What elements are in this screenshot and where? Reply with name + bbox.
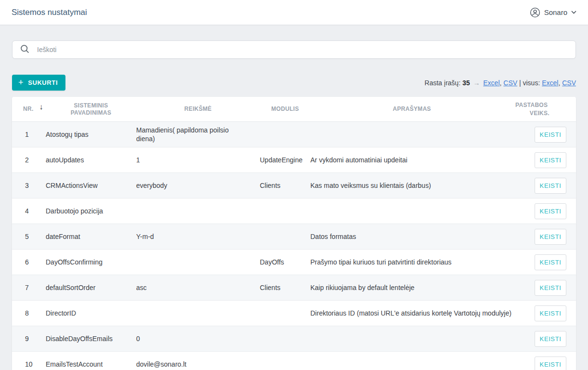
- column-header-actions: VEIKS.: [513, 110, 576, 117]
- edit-button[interactable]: KEISTI: [535, 229, 566, 245]
- row-actions: KEISTI: [523, 254, 576, 270]
- column-header-notes: PASTABOS: [513, 102, 576, 109]
- row-module: UpdateEngine: [260, 156, 310, 164]
- edit-button[interactable]: KEISTI: [535, 305, 566, 321]
- create-button-label: SUKURTI: [28, 79, 58, 86]
- table-row: 10 EmailsTestAccount dovile@sonaro.lt KE…: [12, 352, 576, 370]
- row-actions: KEISTI: [523, 178, 576, 194]
- export-all-csv-link[interactable]: CSV: [562, 79, 576, 87]
- row-actions: KEISTI: [523, 357, 576, 370]
- row-number: 5: [12, 232, 46, 241]
- edit-button[interactable]: KEISTI: [535, 357, 566, 370]
- row-module: DayOffs: [260, 258, 310, 266]
- export-csv-link[interactable]: CSV: [503, 79, 517, 87]
- table-row: 4 Darbuotojo pozicija KEISTI: [12, 198, 576, 224]
- row-value: Mamadienis( papildoma poilsio diena): [136, 126, 260, 143]
- row-description: Datos formatas: [310, 232, 523, 241]
- column-header-nr[interactable]: NR. ↓: [12, 106, 46, 113]
- edit-button[interactable]: KEISTI: [535, 178, 566, 194]
- column-header-notes-actions[interactable]: PASTABOS VEIKS.: [513, 102, 576, 117]
- visus-label: | visus:: [519, 79, 540, 87]
- sort-desc-icon: ↓: [39, 103, 43, 110]
- toolbar: + SUKURTI Rasta įrašų: 35 → Excel, CSV |…: [12, 75, 576, 91]
- edit-button[interactable]: KEISTI: [535, 127, 566, 143]
- chevron-down-icon: [571, 11, 576, 14]
- row-description: Prašymo tipai kuriuos turi patvirtinti d…: [310, 258, 523, 266]
- row-system-name: Atostogų tipas: [46, 130, 136, 139]
- row-number: 7: [12, 283, 46, 292]
- row-number: 10: [12, 360, 46, 369]
- table-row: 9 DisableDayOffsEmails 0 KEISTI: [12, 326, 576, 352]
- comma: ,: [558, 79, 560, 87]
- row-description: Kaip rikiuojama by default lentelėje: [310, 283, 523, 292]
- row-description: Direktoriaus ID (matosi URL'e atsidarius…: [310, 309, 523, 317]
- edit-button[interactable]: KEISTI: [535, 280, 566, 296]
- row-system-name: Darbuotojo pozicija: [46, 207, 136, 215]
- row-module: Clients: [260, 181, 310, 190]
- settings-table: NR. ↓ SISTEMINIS PAVADINIMAS REIKŠMĖ MOD…: [12, 97, 576, 370]
- user-name: Sonaro: [544, 8, 567, 16]
- table-row: 3 CRMActionsView everybody Clients Kas m…: [12, 173, 576, 198]
- table-row: 8 DirectorID Direktoriaus ID (matosi URL…: [12, 301, 576, 326]
- export-excel-link[interactable]: Excel: [483, 79, 499, 87]
- table-row: 7 defaultSortOrder asc Clients Kaip riki…: [12, 275, 576, 301]
- row-value: 0: [136, 334, 260, 343]
- row-number: 1: [12, 130, 46, 139]
- comma: ,: [500, 79, 502, 87]
- row-actions: KEISTI: [523, 305, 576, 321]
- row-actions: KEISTI: [523, 280, 576, 296]
- row-value: everybody: [136, 181, 260, 190]
- table-body: 1 Atostogų tipas Mamadienis( papildoma p…: [12, 122, 576, 370]
- table-row: 1 Atostogų tipas Mamadienis( papildoma p…: [12, 122, 576, 147]
- row-value: 1: [136, 156, 260, 164]
- edit-button[interactable]: KEISTI: [535, 152, 566, 168]
- row-system-name: DayOffsConfirming: [46, 258, 136, 266]
- row-value: asc: [136, 283, 260, 292]
- user-avatar-icon: [530, 7, 540, 18]
- row-number: 3: [12, 181, 46, 190]
- row-module: Clients: [260, 283, 310, 292]
- row-system-name: autoUpdates: [46, 156, 136, 164]
- user-menu[interactable]: Sonaro: [530, 7, 576, 18]
- top-bar: Sistemos nustatymai Sonaro: [0, 0, 588, 25]
- table-row: 5 dateFormat Y-m-d Datos formatas KEISTI: [12, 224, 576, 250]
- search-input[interactable]: [37, 46, 568, 53]
- plus-icon: +: [18, 78, 24, 87]
- arrow-right-icon: →: [472, 79, 481, 87]
- row-actions: KEISTI: [523, 229, 576, 245]
- column-header-system-name[interactable]: SISTEMINIS PAVADINIMAS: [46, 102, 136, 117]
- edit-button[interactable]: KEISTI: [535, 254, 566, 270]
- row-value: Y-m-d: [136, 232, 260, 241]
- row-number: 2: [12, 156, 46, 164]
- row-system-name: DisableDayOffsEmails: [46, 334, 136, 343]
- edit-button[interactable]: KEISTI: [535, 203, 566, 219]
- row-actions: KEISTI: [523, 152, 576, 168]
- row-number: 4: [12, 207, 46, 215]
- export-all-excel-link[interactable]: Excel: [542, 79, 558, 87]
- row-actions: KEISTI: [523, 203, 576, 219]
- results-label: Rasta įrašų:: [424, 79, 460, 87]
- row-number: 6: [12, 258, 46, 266]
- table-row: 2 autoUpdates 1 UpdateEngine Ar vykdomi …: [12, 147, 576, 173]
- create-button[interactable]: + SUKURTI: [12, 75, 65, 91]
- row-actions: KEISTI: [523, 331, 576, 347]
- row-system-name: DirectorID: [46, 309, 136, 317]
- column-header-value[interactable]: REIKŠMĖ: [136, 106, 260, 113]
- row-actions: KEISTI: [523, 127, 576, 143]
- table-header: NR. ↓ SISTEMINIS PAVADINIMAS REIKŠMĖ MOD…: [12, 97, 576, 122]
- row-system-name: CRMActionsView: [46, 181, 136, 190]
- column-header-nr-label: NR.: [23, 106, 34, 113]
- edit-button[interactable]: KEISTI: [535, 331, 566, 347]
- column-header-description[interactable]: APRAŠYMAS: [310, 106, 513, 113]
- page-title: Sistemos nustatymai: [12, 8, 87, 17]
- column-header-module[interactable]: MODULIS: [260, 106, 310, 113]
- row-system-name: EmailsTestAccount: [46, 360, 136, 369]
- results-count: 35: [462, 79, 470, 87]
- row-value: dovile@sonaro.lt: [136, 360, 260, 369]
- row-system-name: dateFormat: [46, 232, 136, 241]
- table-row: 6 DayOffsConfirming DayOffs Prašymo tipa…: [12, 250, 576, 275]
- search-bar: [12, 40, 576, 59]
- row-description: Ar vykdomi automatiniai updeitai: [310, 156, 523, 164]
- row-system-name: defaultSortOrder: [46, 283, 136, 292]
- results-summary: Rasta įrašų: 35 → Excel, CSV | visus: Ex…: [424, 79, 576, 87]
